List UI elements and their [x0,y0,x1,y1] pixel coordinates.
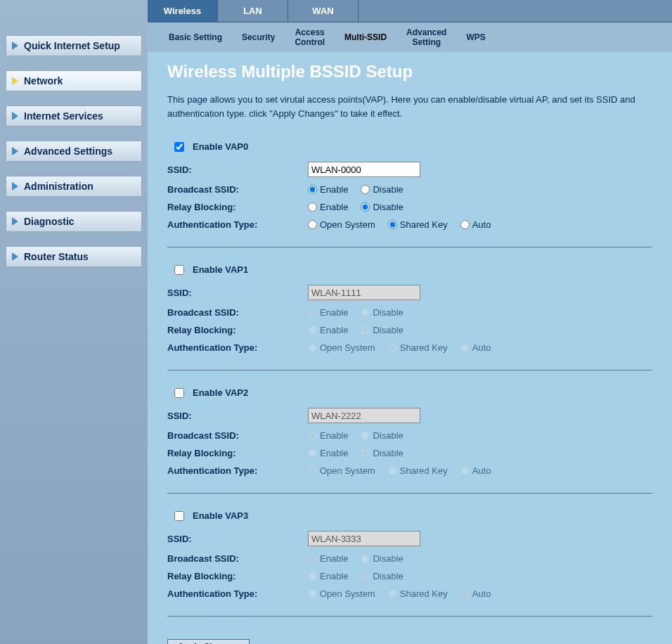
radio-label: Disable [373,202,403,212]
auth-auto-radio-vap1 [460,343,470,352]
broadcast-label: Broadcast SSID: [167,184,308,195]
auth-label: Authentication Type: [167,465,308,476]
page-description: This page allows you to set virutal acce… [167,93,652,120]
radio-label: Shared Key [400,342,448,353]
enable-vap3-checkbox[interactable] [174,511,184,521]
vap-block-0: Enable VAP0 SSID: Broadcast SSID: Enable… [167,141,652,247]
ssid-label: SSID: [167,411,308,421]
auth-open-radio-vap1 [308,343,317,352]
broadcast-disable-radio-vap3 [361,554,370,563]
auth-shared-radio-vap1 [388,343,397,352]
subtab-basic-setting[interactable]: Basic Setting [162,30,229,45]
apply-changes-button[interactable]: Apply Changes [167,639,250,644]
radio-label: Open System [320,588,375,599]
auth-label: Authentication Type: [167,342,308,353]
radio-label: Auto [472,465,491,476]
vap-block-3: Enable VAP3 SSID: Broadcast SSID: Enable… [167,510,652,617]
broadcast-disable-radio-vap0[interactable] [361,185,370,194]
sidebar-item-internet-services[interactable]: Internet Services [6,105,142,127]
radio-label: Shared Key [400,465,448,476]
sidebar-item-quick-internet-setup[interactable]: Quick Internet Setup [6,35,142,56]
radio-label: Disable [373,448,403,458]
separator [167,370,652,371]
sidebar-item-label: Internet Services [24,110,103,122]
auth-auto-radio-vap0[interactable] [460,220,470,229]
tab-wan[interactable]: WAN [288,0,358,22]
relay-label: Relay Blocking: [167,571,308,581]
sidebar-item-network[interactable]: Network [6,70,142,91]
auth-label: Authentication Type: [167,588,308,599]
relay-enable-radio-vap1 [308,326,317,335]
relay-enable-radio-vap0[interactable] [308,202,317,212]
enable-vap2-checkbox[interactable] [174,388,184,398]
relay-disable-radio-vap2 [361,449,370,458]
sidebar-item-label: Router Status [24,251,89,262]
enable-vap3-label: Enable VAP3 [193,510,248,521]
sidebar-item-router-status[interactable]: Router Status [6,246,142,267]
auth-auto-radio-vap2 [460,466,470,475]
broadcast-enable-radio-vap1 [308,308,317,317]
ssid-label: SSID: [167,165,308,175]
auth-open-radio-vap3 [308,589,317,598]
arrow-icon [12,217,18,226]
radio-label: Disable [373,325,403,335]
arrow-icon [12,252,18,261]
relay-label: Relay Blocking: [167,448,308,458]
radio-label: Enable [320,430,348,441]
sidebar-item-label: Administration [24,181,93,192]
top-tabs: Wireless LAN WAN [148,0,672,22]
tab-wireless[interactable]: Wireless [148,0,218,22]
broadcast-enable-radio-vap0[interactable] [308,185,317,194]
radio-label: Open System [320,342,375,353]
broadcast-label: Broadcast SSID: [167,553,308,564]
tab-lan[interactable]: LAN [218,0,288,22]
ssid-input-vap2 [308,408,420,423]
relay-disable-radio-vap0[interactable] [361,202,370,212]
auth-shared-radio-vap3 [388,589,397,598]
separator [167,616,652,617]
enable-vap1-checkbox[interactable] [174,265,184,275]
ssid-input-vap1 [308,285,420,300]
subtab-label: WPS [466,32,485,42]
main: Wireless LAN WAN Basic Setting Security … [148,0,672,644]
radio-label: Enable [320,307,348,318]
auth-auto-radio-vap3 [460,589,470,598]
subtab-wps[interactable]: WPS [459,30,492,45]
radio-label: Disable [373,553,403,564]
auth-shared-radio-vap0[interactable] [388,220,397,229]
auth-open-radio-vap0[interactable] [308,220,317,229]
sub-tabs: Basic Setting Security Access Control Mu… [148,22,672,52]
sidebar-item-label: Quick Internet Setup [24,40,120,51]
separator [167,493,652,494]
radio-label: Enable [320,325,348,335]
radio-label: Enable [320,202,348,212]
radio-label: Shared Key [400,588,448,599]
sidebar: Quick Internet Setup Network Internet Se… [0,0,148,644]
subtab-advanced-setting[interactable]: Advanced Setting [399,25,453,51]
subtab-label: Basic Setting [169,32,222,42]
radio-label: Disable [373,571,403,581]
content[interactable]: Wireless Multiple BSSID Setup This page … [148,52,672,644]
ssid-input-vap0[interactable] [308,162,420,177]
subtab-label: Advanced Setting [406,27,446,47]
subtab-security[interactable]: Security [235,30,282,45]
relay-disable-radio-vap1 [361,326,370,335]
enable-vap2-label: Enable VAP2 [193,387,248,398]
sidebar-item-administration[interactable]: Administration [6,176,142,197]
relay-label: Relay Blocking: [167,202,308,212]
subtab-multi-ssid[interactable]: Multi-SSID [337,30,394,45]
enable-vap0-checkbox[interactable] [174,142,184,152]
auth-label: Authentication Type: [167,219,308,230]
broadcast-disable-radio-vap1 [361,308,370,317]
arrow-icon [12,41,18,50]
broadcast-label: Broadcast SSID: [167,307,308,318]
radio-label: Disable [373,184,403,195]
subtab-access-control[interactable]: Access Control [287,25,332,51]
relay-enable-radio-vap3 [308,572,317,581]
radio-label: Enable [320,448,348,458]
tab-label: LAN [243,6,262,16]
sidebar-item-advanced-settings[interactable]: Advanced Settings [6,141,142,162]
radio-label: Disable [373,307,403,318]
page-title: Wireless Multiple BSSID Setup [167,62,652,82]
sidebar-item-diagnostic[interactable]: Diagnostic [6,211,142,232]
